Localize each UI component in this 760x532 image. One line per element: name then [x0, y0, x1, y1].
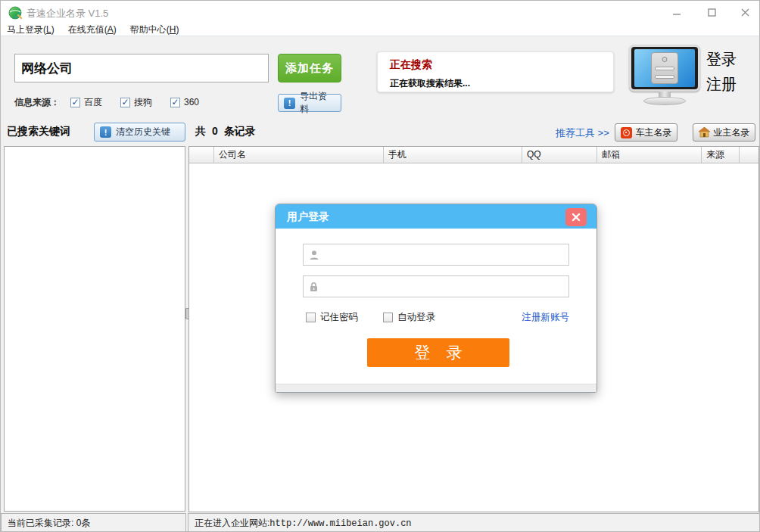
column-header-qq[interactable]: QQ — [522, 147, 597, 163]
monitor-screen — [634, 49, 695, 87]
export-data-button[interactable]: ! 导出资料 — [278, 94, 341, 112]
login-options-row: 记住密码 自动登录 — [306, 311, 435, 324]
login-dialog: 用户登录 记住密码 — [275, 204, 597, 393]
username-input[interactable] — [324, 244, 568, 265]
checkbox-baidu[interactable]: ✓ — [70, 98, 80, 107]
menu-bar: 马上登录(L) 在线充值(A) 帮助中心(H) — [1, 23, 179, 36]
close-window-button[interactable] — [732, 1, 758, 23]
source-filter-row: 信息来源： ✓ 百度 ✓ 搜狗 ✓ 360 — [14, 96, 217, 108]
count-suffix: 条记录 — [224, 125, 256, 138]
menu-mnemonic: A — [107, 24, 114, 35]
collected-count-status: 当前已采集记录: 0条 — [1, 513, 186, 532]
lock-icon — [309, 282, 319, 292]
register-link[interactable]: 注册 — [706, 74, 737, 95]
register-new-account-link[interactable]: 注册新账号 — [522, 311, 570, 324]
menu-label: ) — [114, 24, 117, 35]
column-header-email[interactable]: 邮箱 — [597, 147, 702, 163]
navigation-status-label: 正在进入企业网站: — [195, 518, 269, 528]
navigation-status-url: http://www.miibeian.gov.cn — [269, 518, 411, 529]
car-owner-directory-button[interactable]: 车主名录 — [615, 123, 677, 142]
column-header-source[interactable]: 来源 — [702, 147, 740, 163]
property-owner-label: 业主名录 — [714, 126, 750, 139]
check-icon: ✓ — [171, 98, 179, 106]
export-label: 导出资料 — [300, 90, 335, 116]
checkbox-sogou-label: 搜狗 — [134, 96, 152, 109]
monitor-field — [655, 67, 674, 70]
check-icon: ✓ — [121, 98, 129, 106]
window-title: 音速企业名录 V1.5 — [26, 7, 108, 20]
column-header-index[interactable] — [189, 147, 214, 163]
count-value: 0 — [212, 125, 218, 138]
monitor-login-card — [651, 52, 678, 84]
checkbox-sogou[interactable]: ✓ — [120, 98, 130, 107]
search-status-panel: 正在搜索 正在获取搜索结果... — [377, 51, 614, 92]
monitor-frame — [629, 45, 700, 92]
menu-label: ) — [176, 24, 179, 35]
add-task-button[interactable]: 添加任务 — [278, 54, 341, 82]
menu-mnemonic: L — [46, 24, 51, 35]
checkbox-360-label: 360 — [184, 97, 199, 107]
source-label: 信息来源： — [14, 96, 60, 109]
status-title: 正在搜索 — [390, 58, 432, 72]
maximize-button[interactable] — [699, 1, 724, 23]
menu-item-recharge[interactable]: 在线充值(A) — [68, 23, 117, 36]
remember-password-checkbox[interactable] — [306, 313, 316, 322]
login-link[interactable]: 登录 — [706, 49, 737, 70]
steering-wheel-icon — [621, 127, 632, 138]
title-bar: 音速企业名录 V1.5 马上登录(L) 在线充值(A) 帮助中心(H) — [1, 1, 759, 36]
menu-item-login[interactable]: 马上登录(L) — [7, 23, 55, 36]
dialog-close-button[interactable] — [565, 208, 587, 226]
login-submit-button[interactable]: 登 录 — [367, 338, 509, 367]
column-header-extra[interactable] — [740, 147, 758, 163]
remember-password-label: 记住密码 — [320, 311, 358, 324]
username-field-wrap — [303, 244, 569, 266]
checkbox-baidu-label: 百度 — [84, 96, 102, 109]
column-header-phone[interactable]: 手机 — [384, 147, 522, 163]
menu-label: 马上登录( — [7, 24, 46, 35]
menu-label: 在线充值( — [68, 24, 107, 35]
auto-login-label: 自动登录 — [397, 311, 435, 324]
table-header-row: 公司名 手机 QQ 邮箱 来源 — [189, 147, 758, 163]
app-logo-icon — [8, 6, 22, 20]
exclamation-icon: ! — [100, 126, 111, 138]
monitor-avatar-icon — [662, 57, 668, 62]
record-count: 共 0 条记录 — [195, 125, 256, 138]
login-dialog-header: 用户登录 — [276, 204, 596, 229]
user-icon — [309, 250, 319, 260]
menu-item-help[interactable]: 帮助中心(H) — [130, 23, 179, 36]
clear-history-label: 清空历史关键 — [116, 126, 170, 138]
column-header-company[interactable]: 公司名 — [214, 147, 384, 163]
status-message: 正在获取搜索结果... — [390, 77, 470, 90]
car-owner-label: 车主名录 — [636, 126, 672, 139]
searched-keywords-title: 已搜索关键词 — [7, 125, 70, 138]
keyword-history-list[interactable] — [4, 146, 185, 512]
password-input[interactable] — [323, 276, 568, 297]
menu-label: 帮助中心( — [130, 24, 170, 35]
monitor-field — [655, 75, 674, 79]
count-prefix: 共 — [195, 125, 206, 138]
minimize-button[interactable] — [664, 1, 690, 23]
checkbox-360[interactable]: ✓ — [170, 98, 180, 107]
auto-login-checkbox[interactable] — [383, 313, 393, 322]
app-window: 音速企业名录 V1.5 马上登录(L) 在线充值(A) 帮助中心(H) 添加任务… — [0, 0, 760, 532]
menu-label: ) — [51, 24, 55, 35]
navigation-status: 正在进入企业网站:http://www.miibeian.gov.cn — [188, 513, 760, 532]
check-icon: ✓ — [71, 98, 79, 106]
property-owner-directory-button[interactable]: 业主名录 — [693, 123, 755, 142]
account-monitor-icon[interactable] — [629, 45, 702, 104]
status-bar: 当前已采集记录: 0条 正在进入企业网站:http://www.miibeian… — [1, 513, 760, 532]
dialog-footer-strip — [276, 384, 596, 392]
recommended-tools-link[interactable]: 推荐工具 >> — [556, 126, 609, 140]
close-icon — [572, 213, 581, 222]
clear-history-button[interactable]: ! 清空历史关键 — [94, 123, 185, 142]
keyword-search-input[interactable] — [14, 54, 269, 82]
exclamation-icon: ! — [284, 98, 295, 109]
monitor-base — [643, 97, 686, 105]
password-field-wrap — [303, 275, 569, 297]
house-icon — [699, 127, 710, 138]
login-dialog-title: 用户登录 — [287, 204, 329, 229]
